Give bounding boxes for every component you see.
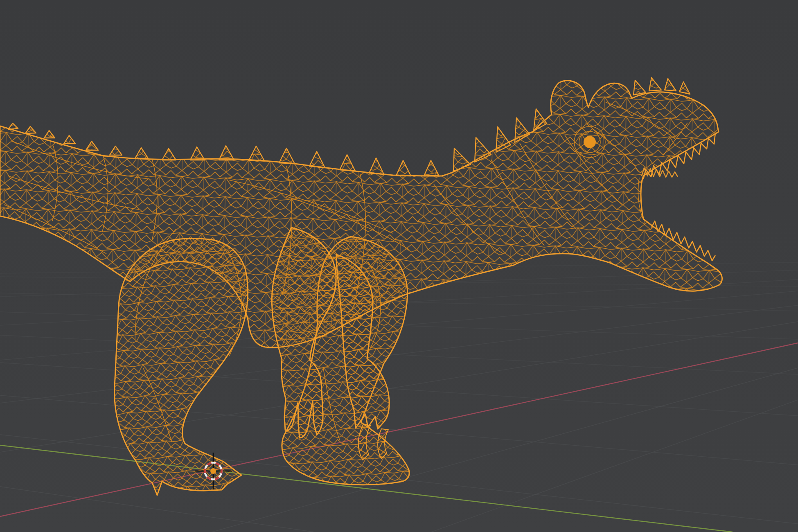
near-leg[interactable] [115,239,248,495]
body-tail-head[interactable] [0,81,722,347]
origin-point-dot [210,468,216,474]
eye-pupil [584,136,596,148]
dinosaur-wireframe-mesh[interactable] [0,78,722,495]
3d-viewport[interactable] [0,0,798,532]
eye [574,126,605,158]
